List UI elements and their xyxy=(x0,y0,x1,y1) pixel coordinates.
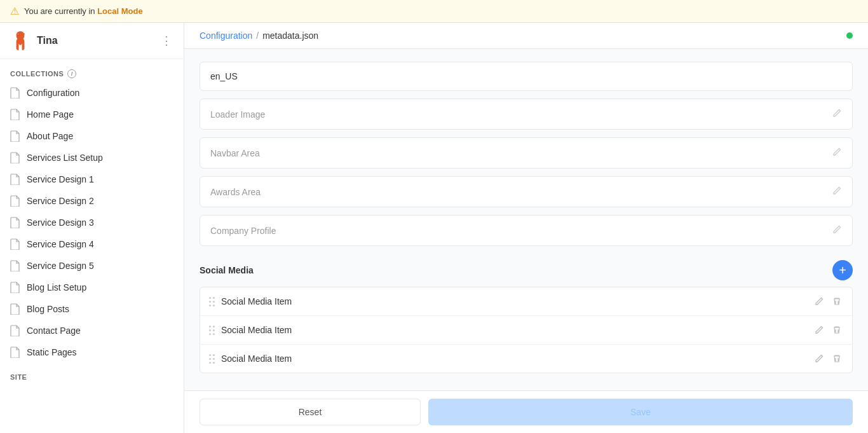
file-icon xyxy=(10,260,20,271)
sidebar-item-blog-posts[interactable]: Blog Posts xyxy=(0,298,184,320)
file-icon xyxy=(10,347,20,358)
sidebar-item-label: Contact Page xyxy=(27,326,81,336)
edit-social-item-button[interactable] xyxy=(813,352,825,365)
drag-handle-icon[interactable] xyxy=(209,354,215,364)
edit-icon[interactable] xyxy=(832,108,842,120)
social-media-title: Social Media xyxy=(200,265,254,275)
social-item-actions xyxy=(813,295,843,308)
sidebar-scroll: COLLECTIONS i Configuration Home Page Ab… xyxy=(0,59,184,433)
sidebar-item-label: Blog List Setup xyxy=(27,282,86,292)
save-button[interactable]: Save xyxy=(428,399,853,425)
sidebar-logo: Tina xyxy=(10,31,58,51)
sidebar: Tina ⋮ COLLECTIONS i Configuration Home … xyxy=(0,23,184,433)
sidebar-item-label: Services List Setup xyxy=(27,153,103,163)
sidebar-item-services-list[interactable]: Services List Setup xyxy=(0,147,184,168)
tina-llama-icon xyxy=(10,31,31,51)
menu-dots-icon[interactable]: ⋮ xyxy=(161,34,173,48)
add-social-media-button[interactable]: + xyxy=(832,260,853,280)
sidebar-item-label: Service Design 3 xyxy=(27,217,94,228)
company-profile-field[interactable]: Company Profile xyxy=(200,215,853,246)
sidebar-header: Tina ⋮ xyxy=(0,23,184,59)
reset-button[interactable]: Reset xyxy=(200,399,421,425)
locale-field[interactable]: en_US xyxy=(200,62,853,91)
edit-icon[interactable] xyxy=(832,224,842,237)
delete-social-item-button[interactable] xyxy=(831,324,843,336)
sidebar-item-service-design-3[interactable]: Service Design 3 xyxy=(0,212,184,233)
sidebar-item-aboutpage[interactable]: About Page xyxy=(0,125,184,147)
edit-icon[interactable] xyxy=(832,186,842,198)
breadcrumb: Configuration / metadata.json xyxy=(200,31,318,41)
sidebar-item-static-pages[interactable]: Static Pages xyxy=(0,341,184,363)
collections-section-label: COLLECTIONS i xyxy=(0,59,184,82)
sidebar-item-contact[interactable]: Contact Page xyxy=(0,320,184,341)
warning-bar: ⚠ You are currently in Local Mode xyxy=(0,0,868,23)
sidebar-item-service-design-5[interactable]: Service Design 5 xyxy=(0,255,184,277)
site-section-label: SITE xyxy=(0,363,184,385)
sidebar-item-blog-list[interactable]: Blog List Setup xyxy=(0,277,184,298)
breadcrumb-current: metadata.json xyxy=(262,31,318,41)
social-item-label: Social Media Item xyxy=(221,354,806,364)
file-icon xyxy=(10,109,20,120)
breadcrumb-parent[interactable]: Configuration xyxy=(200,31,252,41)
delete-social-item-button[interactable] xyxy=(831,295,843,308)
sidebar-item-label: Blog Posts xyxy=(27,304,69,314)
social-item-actions xyxy=(813,352,843,365)
delete-social-item-button[interactable] xyxy=(831,352,843,365)
mode-label: Local Mode xyxy=(97,6,143,16)
edit-icon[interactable] xyxy=(832,147,842,159)
sidebar-item-service-design-4[interactable]: Service Design 4 xyxy=(0,233,184,255)
file-icon xyxy=(10,303,20,315)
file-icon xyxy=(10,238,20,250)
sidebar-item-service-design-2[interactable]: Service Design 2 xyxy=(0,190,184,212)
social-items-list: Social Media Item xyxy=(200,287,853,373)
form-area: en_US Loader Image Navbar Area xyxy=(184,49,868,390)
edit-social-item-button[interactable] xyxy=(813,324,825,336)
sidebar-item-configuration[interactable]: Configuration xyxy=(0,82,184,104)
app-title: Tina xyxy=(37,35,58,46)
sidebar-item-label: Static Pages xyxy=(27,347,77,357)
info-icon: i xyxy=(67,69,76,78)
social-media-header: Social Media + xyxy=(200,254,853,287)
file-icon xyxy=(10,195,20,207)
drag-handle-icon[interactable] xyxy=(209,326,215,335)
sidebar-item-label: About Page xyxy=(27,131,73,141)
sidebar-item-homepage[interactable]: Home Page xyxy=(0,104,184,125)
file-icon xyxy=(10,174,20,185)
breadcrumb-separator: / xyxy=(256,31,259,41)
social-media-item: Social Media Item xyxy=(200,316,852,345)
awards-area-field[interactable]: Awards Area xyxy=(200,176,853,207)
sidebar-item-label: Configuration xyxy=(27,88,79,98)
loader-image-label: Loader Image xyxy=(210,109,265,120)
status-dot xyxy=(846,32,853,39)
main-content: Configuration / metadata.json en_US Load… xyxy=(184,23,868,433)
sidebar-item-label: Service Design 4 xyxy=(27,239,94,249)
svg-point-0 xyxy=(18,33,20,36)
social-media-item: Social Media Item xyxy=(200,345,852,373)
social-item-label: Social Media Item xyxy=(221,296,806,306)
file-icon xyxy=(10,152,20,163)
awards-area-label: Awards Area xyxy=(210,187,261,197)
loader-image-field[interactable]: Loader Image xyxy=(200,99,853,130)
svg-point-1 xyxy=(18,34,18,34)
navbar-area-field[interactable]: Navbar Area xyxy=(200,137,853,168)
file-icon xyxy=(10,130,20,142)
warning-text: You are currently in Local Mode xyxy=(24,6,143,16)
social-item-label: Social Media Item xyxy=(221,325,806,335)
sidebar-item-label: Service Design 1 xyxy=(27,174,94,184)
sidebar-item-label: Service Design 5 xyxy=(27,261,94,271)
sidebar-item-label: Home Page xyxy=(27,109,74,120)
social-media-item: Social Media Item xyxy=(200,287,852,316)
breadcrumb-bar: Configuration / metadata.json xyxy=(184,23,868,49)
social-media-section: Social Media + Social Media Item xyxy=(200,254,853,373)
company-profile-label: Company Profile xyxy=(210,226,276,236)
social-item-actions xyxy=(813,324,843,336)
locale-value: en_US xyxy=(210,71,238,81)
sidebar-item-service-design-1[interactable]: Service Design 1 xyxy=(0,168,184,190)
navbar-area-label: Navbar Area xyxy=(210,148,260,158)
file-icon xyxy=(10,282,20,293)
file-icon xyxy=(10,217,20,228)
file-icon xyxy=(10,87,20,99)
drag-handle-icon[interactable] xyxy=(209,297,215,306)
file-icon xyxy=(10,325,20,336)
edit-social-item-button[interactable] xyxy=(813,295,825,308)
